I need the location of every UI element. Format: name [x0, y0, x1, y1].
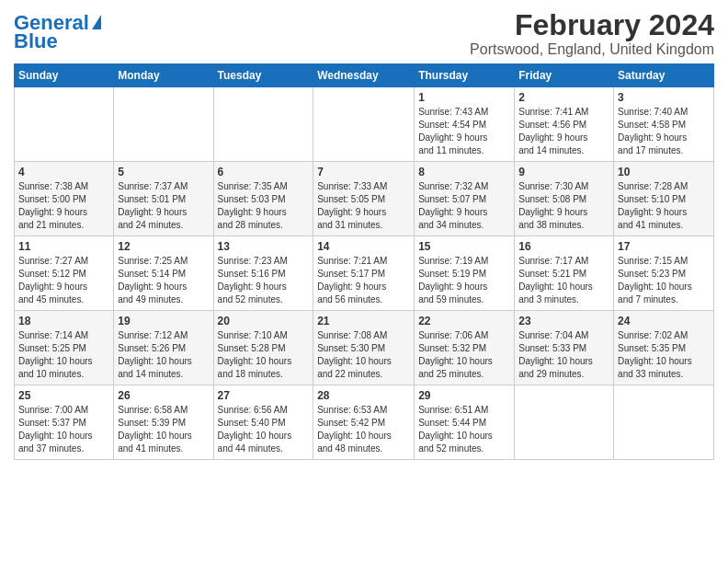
calendar-cell: 22Sunrise: 7:06 AM Sunset: 5:32 PM Dayli… [415, 311, 515, 385]
day-number: 23 [518, 315, 609, 327]
calendar-week-1: 1Sunrise: 7:43 AM Sunset: 4:54 PM Daylig… [15, 87, 714, 162]
calendar-cell: 27Sunrise: 6:56 AM Sunset: 5:40 PM Dayli… [213, 385, 313, 460]
day-number: 19 [118, 315, 209, 327]
calendar-cell: 7Sunrise: 7:33 AM Sunset: 5:05 PM Daylig… [313, 162, 415, 236]
calendar-cell: 2Sunrise: 7:41 AM Sunset: 4:56 PM Daylig… [515, 87, 614, 162]
calendar-cell: 20Sunrise: 7:10 AM Sunset: 5:28 PM Dayli… [213, 311, 313, 385]
day-number: 24 [618, 315, 710, 327]
day-number: 4 [18, 166, 109, 178]
calendar-cell: 25Sunrise: 7:00 AM Sunset: 5:37 PM Dayli… [15, 385, 114, 460]
day-number: 5 [118, 166, 209, 178]
page-subtitle: Portswood, England, United Kingdom [470, 41, 714, 58]
calendar-week-3: 11Sunrise: 7:27 AM Sunset: 5:12 PM Dayli… [15, 236, 714, 311]
day-number: 2 [518, 91, 609, 104]
day-info: Sunrise: 7:43 AM Sunset: 4:54 PM Dayligh… [418, 106, 510, 157]
day-number: 3 [618, 91, 710, 104]
calendar-cell: 6Sunrise: 7:35 AM Sunset: 5:03 PM Daylig… [213, 162, 313, 236]
calendar-cell: 12Sunrise: 7:25 AM Sunset: 5:14 PM Dayli… [114, 236, 213, 311]
calendar-cell: 8Sunrise: 7:32 AM Sunset: 5:07 PM Daylig… [415, 162, 515, 236]
logo-blue: Blue [14, 31, 58, 52]
title-block: February 2024 Portswood, England, United… [470, 9, 714, 58]
day-info: Sunrise: 7:40 AM Sunset: 4:58 PM Dayligh… [618, 106, 710, 157]
day-number: 14 [317, 240, 410, 253]
calendar-cell: 5Sunrise: 7:37 AM Sunset: 5:01 PM Daylig… [114, 162, 213, 236]
day-info: Sunrise: 7:04 AM Sunset: 5:33 PM Dayligh… [518, 329, 609, 381]
calendar-cell: 23Sunrise: 7:04 AM Sunset: 5:33 PM Dayli… [515, 311, 614, 385]
day-info: Sunrise: 7:28 AM Sunset: 5:10 PM Dayligh… [618, 180, 710, 232]
calendar-cell: 29Sunrise: 6:51 AM Sunset: 5:44 PM Dayli… [415, 385, 515, 460]
day-number: 10 [618, 166, 710, 178]
day-info: Sunrise: 6:51 AM Sunset: 5:44 PM Dayligh… [418, 404, 510, 455]
day-number: 1 [418, 91, 510, 104]
calendar-cell: 3Sunrise: 7:40 AM Sunset: 4:58 PM Daylig… [614, 87, 714, 162]
day-info: Sunrise: 7:41 AM Sunset: 4:56 PM Dayligh… [518, 106, 609, 157]
calendar-week-5: 25Sunrise: 7:00 AM Sunset: 5:37 PM Dayli… [15, 385, 714, 460]
calendar-cell: 21Sunrise: 7:08 AM Sunset: 5:30 PM Dayli… [313, 311, 415, 385]
day-info: Sunrise: 7:33 AM Sunset: 5:05 PM Dayligh… [317, 180, 410, 232]
day-info: Sunrise: 7:27 AM Sunset: 5:12 PM Dayligh… [18, 255, 109, 306]
calendar-header-friday: Friday [515, 64, 614, 87]
calendar-week-2: 4Sunrise: 7:38 AM Sunset: 5:00 PM Daylig… [15, 162, 714, 236]
calendar-cell [614, 385, 714, 460]
calendar-cell: 16Sunrise: 7:17 AM Sunset: 5:21 PM Dayli… [515, 236, 614, 311]
calendar-cell: 28Sunrise: 6:53 AM Sunset: 5:42 PM Dayli… [313, 385, 415, 460]
day-info: Sunrise: 7:30 AM Sunset: 5:08 PM Dayligh… [518, 180, 609, 232]
calendar-header-saturday: Saturday [614, 64, 714, 87]
day-number: 28 [317, 389, 410, 402]
day-info: Sunrise: 6:56 AM Sunset: 5:40 PM Dayligh… [218, 404, 310, 455]
calendar-cell: 17Sunrise: 7:15 AM Sunset: 5:23 PM Dayli… [614, 236, 714, 311]
calendar-cell: 9Sunrise: 7:30 AM Sunset: 5:08 PM Daylig… [515, 162, 614, 236]
calendar-cell: 15Sunrise: 7:19 AM Sunset: 5:19 PM Dayli… [415, 236, 515, 311]
day-number: 9 [518, 166, 609, 178]
day-info: Sunrise: 7:23 AM Sunset: 5:16 PM Dayligh… [218, 255, 310, 306]
day-number: 15 [418, 240, 510, 253]
calendar-cell: 1Sunrise: 7:43 AM Sunset: 4:54 PM Daylig… [415, 87, 515, 162]
day-number: 20 [218, 315, 310, 327]
calendar-cell [114, 87, 213, 162]
day-number: 13 [218, 240, 310, 253]
day-info: Sunrise: 7:25 AM Sunset: 5:14 PM Dayligh… [118, 255, 209, 306]
day-number: 7 [317, 166, 410, 178]
calendar-cell: 14Sunrise: 7:21 AM Sunset: 5:17 PM Dayli… [313, 236, 415, 311]
day-info: Sunrise: 7:32 AM Sunset: 5:07 PM Dayligh… [418, 180, 510, 232]
calendar-header-sunday: Sunday [15, 64, 114, 87]
day-info: Sunrise: 7:37 AM Sunset: 5:01 PM Dayligh… [118, 180, 209, 232]
day-number: 29 [418, 389, 510, 402]
day-info: Sunrise: 7:21 AM Sunset: 5:17 PM Dayligh… [317, 255, 410, 306]
day-number: 17 [618, 240, 710, 253]
calendar-cell: 26Sunrise: 6:58 AM Sunset: 5:39 PM Dayli… [114, 385, 213, 460]
day-info: Sunrise: 7:12 AM Sunset: 5:26 PM Dayligh… [118, 329, 209, 381]
day-number: 26 [118, 389, 209, 402]
calendar-cell: 11Sunrise: 7:27 AM Sunset: 5:12 PM Dayli… [15, 236, 114, 311]
calendar-header-thursday: Thursday [415, 64, 515, 87]
day-info: Sunrise: 7:00 AM Sunset: 5:37 PM Dayligh… [18, 404, 109, 455]
calendar-cell: 13Sunrise: 7:23 AM Sunset: 5:16 PM Dayli… [213, 236, 313, 311]
day-number: 27 [218, 389, 310, 402]
day-number: 22 [418, 315, 510, 327]
calendar-cell [15, 87, 114, 162]
calendar-cell: 18Sunrise: 7:14 AM Sunset: 5:25 PM Dayli… [15, 311, 114, 385]
day-number: 18 [18, 315, 109, 327]
day-info: Sunrise: 6:53 AM Sunset: 5:42 PM Dayligh… [317, 404, 410, 455]
day-info: Sunrise: 7:06 AM Sunset: 5:32 PM Dayligh… [418, 329, 510, 381]
calendar-cell: 4Sunrise: 7:38 AM Sunset: 5:00 PM Daylig… [15, 162, 114, 236]
day-number: 16 [518, 240, 609, 253]
logo: General Blue [14, 13, 101, 52]
day-info: Sunrise: 7:38 AM Sunset: 5:00 PM Dayligh… [18, 180, 109, 232]
calendar-header-monday: Monday [114, 64, 213, 87]
calendar-table: SundayMondayTuesdayWednesdayThursdayFrid… [14, 63, 714, 460]
calendar-cell: 19Sunrise: 7:12 AM Sunset: 5:26 PM Dayli… [114, 311, 213, 385]
day-info: Sunrise: 7:15 AM Sunset: 5:23 PM Dayligh… [618, 255, 710, 306]
calendar-cell: 24Sunrise: 7:02 AM Sunset: 5:35 PM Dayli… [614, 311, 714, 385]
day-number: 8 [418, 166, 510, 178]
day-number: 12 [118, 240, 209, 253]
day-info: Sunrise: 7:17 AM Sunset: 5:21 PM Dayligh… [518, 255, 609, 306]
page-title: February 2024 [470, 9, 714, 41]
calendar-cell [515, 385, 614, 460]
day-number: 11 [18, 240, 109, 253]
page-header: General Blue February 2024 Portswood, En… [14, 9, 714, 58]
day-info: Sunrise: 7:02 AM Sunset: 5:35 PM Dayligh… [618, 329, 710, 381]
calendar-cell [313, 87, 415, 162]
calendar-cell [213, 87, 313, 162]
day-info: Sunrise: 7:35 AM Sunset: 5:03 PM Dayligh… [218, 180, 310, 232]
